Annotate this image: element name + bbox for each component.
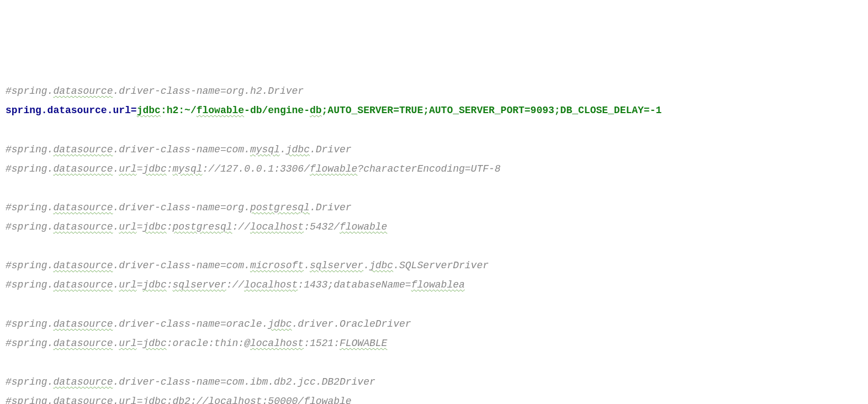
code-line-3[interactable]: #spring.datasource.driver-class-name=com… <box>6 140 868 160</box>
comment-text: #spring.datasource.driver-class-name=org… <box>6 202 352 213</box>
property-key: spring.datasource.url <box>6 105 131 116</box>
equals-sign: = <box>131 105 137 116</box>
comment-text: #spring.datasource.url=jdbc:oracle:thin:… <box>6 338 387 349</box>
comment-text: #spring.datasource.url=jdbc:postgresql:/… <box>6 221 387 232</box>
code-line-2[interactable] <box>6 121 868 140</box>
code-line-9[interactable]: #spring.datasource.driver-class-name=com… <box>6 256 868 275</box>
code-line-10[interactable]: #spring.datasource.url=jdbc:sqlserver://… <box>6 275 868 295</box>
comment-text: #spring.datasource.driver-class-name=org… <box>6 86 304 97</box>
code-line-4[interactable]: #spring.datasource.url=jdbc:mysql://127.… <box>6 160 868 179</box>
code-line-13[interactable]: #spring.datasource.url=jdbc:oracle:thin:… <box>6 334 868 353</box>
code-line-0[interactable]: #spring.datasource.driver-class-name=org… <box>6 82 868 101</box>
code-line-16[interactable]: #spring.datasource.url=jdbc:db2://localh… <box>6 392 868 404</box>
code-line-7[interactable]: #spring.datasource.url=jdbc:postgresql:/… <box>6 217 868 237</box>
code-line-14[interactable] <box>6 353 868 373</box>
comment-text: #spring.datasource.driver-class-name=com… <box>6 260 489 271</box>
comment-text: #spring.datasource.driver-class-name=ora… <box>6 318 411 329</box>
code-line-8[interactable] <box>6 237 868 256</box>
code-line-11[interactable] <box>6 295 868 314</box>
comment-text: #spring.datasource.driver-class-name=com… <box>6 376 375 387</box>
code-line-15[interactable]: #spring.datasource.driver-class-name=com… <box>6 373 868 392</box>
comment-text: #spring.datasource.url=jdbc:mysql://127.… <box>6 163 501 174</box>
comment-text: #spring.datasource.driver-class-name=com… <box>6 144 352 155</box>
property-value: jdbc:h2:~/flowable-db/engine-db;AUTO_SER… <box>137 105 662 116</box>
code-line-12[interactable]: #spring.datasource.driver-class-name=ora… <box>6 315 868 334</box>
comment-text: #spring.datasource.url=jdbc:sqlserver://… <box>6 279 465 290</box>
code-editor[interactable]: #spring.datasource.driver-class-name=org… <box>6 82 868 404</box>
code-line-6[interactable]: #spring.datasource.driver-class-name=org… <box>6 198 868 217</box>
code-line-1[interactable]: spring.datasource.url=jdbc:h2:~/flowable… <box>6 101 868 120</box>
comment-text: #spring.datasource.url=jdbc:db2://localh… <box>6 396 352 404</box>
code-line-5[interactable] <box>6 179 868 198</box>
